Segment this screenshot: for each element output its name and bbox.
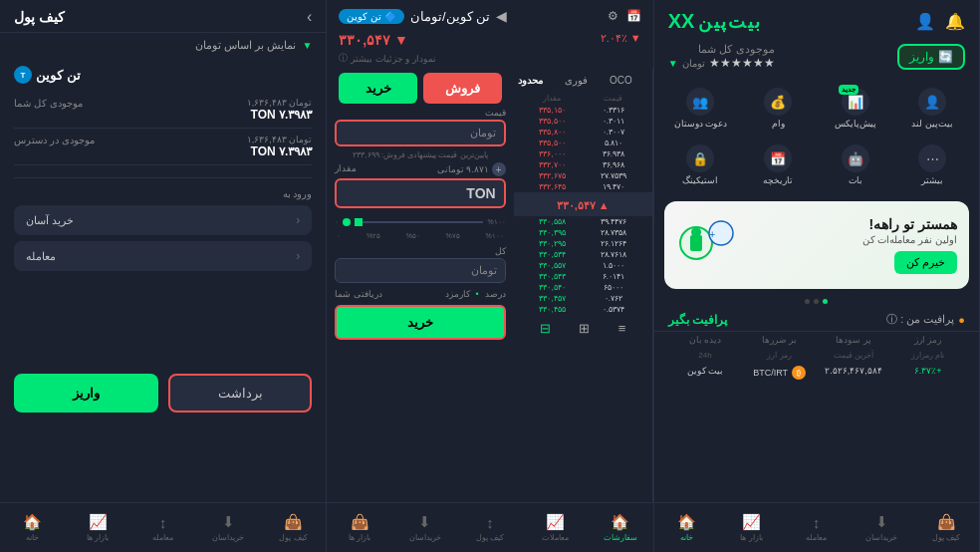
sub-h-2: آخرین قیمت [817,351,891,360]
ob-sell-row: ۵.۸۱۰ ۳۳۵,۵۰۰ [514,138,652,148]
sell-orders: ۰.۳۳۱۶ ۳۳۵,۱۵۰ ۰.۳۰۱۱ ۳۳۵,۵۰۰ ۰.۳۰۰۷ ۳۳۵… [514,105,652,192]
trade-option[interactable]: ‹ معامله [14,241,312,271]
total-balance-label: موجودی کل شما [14,98,83,109]
refresh-icon: 🔄 [938,50,953,64]
ob-buy-amount-3: ۲۶.۱۲۶۴ [583,239,644,248]
ob-buy-row: ۶.۰۱۴۱ ۳۳۰,۵۴۳ [514,271,652,282]
bnav-markets[interactable]: 📈 بازار ها [719,507,784,548]
ob-view-icons: ≡ ⊞ ⊟ [514,317,652,340]
bnav-easy-buy[interactable]: ⬇ خریداسان [849,507,913,548]
chart-info[interactable]: نمودار و جزئیات بیشتر ⓘ [339,52,436,65]
bnav-wallet[interactable]: 👜 کیف پول [914,507,979,548]
ob-buy-row: ۱.۵۰۰۰ ۳۳۰,۵۵۷ [514,260,652,271]
tab-mahdud[interactable]: محدود [514,73,551,88]
mid-wallet-icon: ↕ [486,514,494,531]
available-balance-label: موجودی در دسترس [14,135,95,145]
ob-sell-amount-4: ۵.۸۱۰ [583,138,644,147]
buy-button[interactable]: خرید [339,73,417,104]
sell-button[interactable]: فروش [423,73,502,104]
right-panel: › کیف پول ▼ نمایش بر اساس تومان تن کوین … [0,0,326,552]
buy-sell-buttons: فروش خرید [339,73,501,104]
nav-item-bot[interactable]: 🤖 بات [819,140,892,189]
back-arrow-icon[interactable]: ◀ [496,8,507,24]
bnav-trade[interactable]: ↕ معامله [784,507,849,548]
buy-btn-area: خرید [327,301,513,346]
nav-item-history[interactable]: 📅 تاریخچه [741,140,815,189]
easy-buy-option[interactable]: ‹ خرید آسان [14,205,312,235]
nav-label-pish: پیش‌پایکس [835,119,876,129]
user-icon[interactable]: 👤 [915,12,935,31]
nav-item-more[interactable]: ⋯ بیشتر [895,140,969,189]
list-icon[interactable]: ≡ [618,321,626,336]
mid-bnav-easy[interactable]: ⬇ خریداسان [392,507,457,548]
calendar-icon[interactable]: 📅 [626,9,641,23]
nav-item-bitpin-land[interactable]: 👤 بیت‌پین لند [895,84,969,133]
balance-section: تومان ۱,۶۳۶,۴۸۳ ۷.۳۹۸۳ TON موجودی کل شما… [0,92,326,171]
percent-labels: %۱۰۰ %۷۵ %۵۰ %۲۵ ۰ [335,232,505,240]
home-icon: 🏠 [677,513,696,531]
grid-icon[interactable]: ⊞ [579,321,590,336]
dot-sep: • [476,289,479,299]
tab-fori[interactable]: فوری [557,73,596,88]
slider-handle[interactable] [355,218,363,226]
trade-icon: ↕ [813,514,821,531]
amount-input-placeholder: TON [466,185,495,201]
slider-dot[interactable] [343,218,351,226]
r-bnav-wallet-label: کیف پول [279,533,307,542]
back-button[interactable]: › [307,8,312,26]
ob-buy-row: ۳۹.۴۴۷۶ ۳۳۰,۵۵۸ [514,216,652,227]
nav-icon-invite: 👥 [686,88,714,116]
mid-bnav-trades[interactable]: 📈 معاملات [523,507,588,548]
withdraw-button[interactable]: برداشت [168,374,313,413]
right-bnav-wallet[interactable]: 👜 کیف پول [261,507,326,548]
total-input[interactable]: تومان [335,258,505,283]
nav-label-history: تاریخچه [763,175,793,185]
mid-bnav-orders[interactable]: 🏠 سفارشات [588,507,652,548]
up-icon: ▲ [596,199,610,211]
nav-item-loan[interactable]: 💰 وام [741,84,815,133]
ob-buy-price-1: ۳۳۰,۵۵۸ [522,217,584,226]
dot-2 [814,299,819,304]
r-easy-icon: ⬇ [222,513,235,531]
price-input[interactable]: تومان [335,120,505,146]
banner-cta-button[interactable]: خیرم کن [894,251,957,274]
bnav-home[interactable]: 🏠 خانه [654,507,719,548]
nav-item-staking[interactable]: 🔒 استیکینگ [664,140,738,189]
ob-buy-price-3: ۳۳۰,۲۹۵ [522,239,584,248]
mid-price-row: ▲ ۳۳۰,۵۴۷ [514,192,652,216]
mid-bnav-market[interactable]: 👜 بازار ها [327,507,391,548]
mid-header-icons: 📅 ⚙ [608,9,641,23]
right-bnav-markets[interactable]: 📈 بازار ها [65,507,129,548]
nav-item-pishpayex[interactable]: 📊 جدید پیش‌پایکس [819,84,892,133]
chart-info-text: نمودار و جزئیات بیشتر [351,54,436,64]
ob-sell-amount-2: ۰.۳۰۱۱ [583,117,644,126]
table-row[interactable]: +۶.۳۷٪ ۲.۵۲۶,۴۶۷,۵۸۴ ₿ BTC/IRT بیت کوین [654,363,979,383]
price-change: ▼ ۲.۰۴٪ [601,32,641,45]
right-bnav-easy[interactable]: ⬇ خریداسان [195,507,260,548]
split-icon[interactable]: ⊟ [540,321,551,336]
info-icon: ⓘ [339,52,348,65]
right-bnav-trade[interactable]: ↕ معامله [130,507,195,548]
submit-buy-button[interactable]: خرید [335,305,505,340]
r-bnav-home-label: خانه [26,533,39,542]
ob-buy-row: ۶۵۰۰۰ ۳۳۰,۵۴۰ [514,282,652,293]
currency-selector[interactable]: ▼ نمایش بر اساس تومان [0,33,326,58]
amount-input[interactable]: TON [335,178,505,208]
bnav-wallet-label: کیف پول [932,533,960,542]
mid-bnav-wallet[interactable]: ↕ کیف پول [457,507,522,548]
deposit-button[interactable]: 🔄 واریز [897,44,965,70]
tab-oco[interactable]: OCO [602,73,640,88]
balance-currency: تومان [682,58,705,69]
bell-icon[interactable]: 🔔 [945,12,965,31]
ob-buy-price-7: ۳۳۰,۵۴۰ [522,283,584,292]
ob-sell-row: ۲۷.۷۵۳۹ ۳۳۲,۶۷۵ [514,170,652,181]
new-badge: جدید [839,85,858,95]
mid-header: 📅 ⚙ ◀ تن کوین/تومان 🔷 تن کوین [327,0,652,28]
settings-icon[interactable]: ⚙ [608,9,618,23]
slider-row: %۱۰۰ ۰ [335,216,505,228]
ob-sell-row: ۰.۳۳۱۶ ۳۳۵,۱۵۰ [514,105,652,116]
deposit-action-button[interactable]: واریز [14,374,158,413]
nav-item-invite[interactable]: 👥 دعوت دوستان [664,84,738,133]
option-2-text: معامله [26,250,56,263]
right-bnav-home[interactable]: 🏠 خانه [0,507,65,548]
